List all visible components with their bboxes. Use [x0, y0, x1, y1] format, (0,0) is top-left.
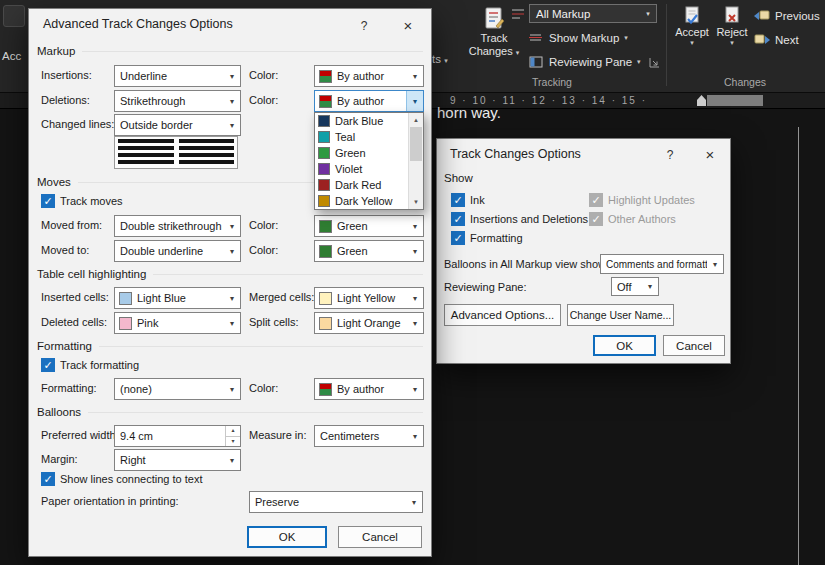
balloons-view-value: Comments and formatting [601, 259, 707, 270]
track-changes-label-1: Track [480, 32, 507, 45]
help-button[interactable]: ? [659, 145, 681, 165]
chevron-down-icon: ▾ [640, 10, 656, 18]
insertions-color-select[interactable]: By author ▾ [314, 65, 424, 87]
moved-from-color-select[interactable]: Green ▾ [314, 215, 424, 237]
display-for-review-select[interactable]: All Markup ▾ [529, 4, 657, 23]
cancel-button[interactable]: Cancel [663, 335, 725, 356]
spinner[interactable]: ▴ ▾ [225, 426, 240, 446]
color-option-violet[interactable]: Violet [315, 161, 408, 177]
scroll-up-icon[interactable]: ▲ [409, 113, 423, 127]
insertions-deletions-checkbox[interactable]: ✓ [451, 212, 465, 226]
color-option-dark-yellow[interactable]: Dark Yellow [315, 193, 408, 209]
chevron-down-icon: ▾ [444, 57, 448, 64]
document-text: horn way. [437, 104, 501, 121]
chevron-down-icon: ▾ [642, 278, 658, 295]
moved-to-select[interactable]: Double underline ▾ [114, 240, 241, 262]
check-icon: ✓ [43, 195, 52, 207]
formatting-select[interactable]: (none) ▾ [114, 378, 241, 400]
reviewing-pane-button[interactable]: Reviewing Pane ▾ [528, 53, 641, 71]
track-changes-icon [481, 6, 507, 32]
balloons-section-header: Balloons [37, 406, 423, 418]
accept-button[interactable]: Accept ▾ [672, 3, 712, 89]
balloons-view-label: Balloons in All Markup view show: [444, 258, 609, 270]
formatting-checkbox[interactable]: ✓ [451, 231, 465, 245]
moved-to-color-select[interactable]: Green ▾ [314, 240, 424, 262]
insertions-deletions-label: Insertions and Deletions [470, 213, 588, 225]
chevron-down-icon: ▾ [224, 241, 240, 261]
margin-select[interactable]: Right ▾ [114, 449, 241, 471]
chevron-down-icon: ▾ [224, 379, 240, 399]
reviewing-pane-select[interactable]: Off ▾ [611, 277, 659, 296]
spin-up-icon[interactable]: ▴ [226, 426, 240, 437]
dialog-title: Advanced Track Changes Options [43, 17, 233, 31]
ok-button[interactable]: OK [593, 335, 656, 356]
ribbon-partial-icon[interactable] [3, 5, 25, 27]
check-icon: ✓ [453, 232, 462, 244]
scroll-down-icon[interactable]: ▼ [409, 195, 423, 209]
chevron-down-icon: ▾ [407, 216, 423, 236]
tracking-dialog-launcher-icon[interactable] [648, 56, 660, 68]
chevron-down-icon: ▾ [224, 450, 240, 470]
show-section-label: Show [444, 172, 473, 184]
chevron-down-icon: ▾ [624, 34, 628, 42]
paper-orientation-select[interactable]: Preserve ▾ [249, 491, 423, 513]
other-authors-label: Other Authors [608, 213, 676, 225]
changes-group-label: Changes [713, 76, 777, 88]
color-swatch [318, 131, 330, 143]
reviewing-pane-setting-label: Reviewing Pane: [444, 281, 527, 293]
chevron-down-icon: ▾ [516, 49, 520, 56]
next-label: Next [775, 34, 799, 46]
measure-in-label: Measure in: [249, 429, 306, 441]
previous-change-button[interactable]: Previous [754, 7, 820, 25]
ink-checkbox[interactable]: ✓ [451, 193, 465, 207]
spin-down-icon[interactable]: ▾ [226, 437, 240, 447]
close-icon[interactable]: × [695, 143, 725, 165]
deletions-color-select[interactable]: By author ▾ [314, 90, 424, 112]
formatting-section-header: Formatting [37, 340, 423, 352]
ribbon-cut-label: ts [432, 53, 441, 65]
chevron-down-icon: ▾ [407, 313, 423, 333]
track-moves-checkbox[interactable]: ✓ [41, 194, 55, 208]
cancel-button[interactable]: Cancel [338, 526, 422, 548]
dropdown-scrollbar[interactable]: ▲ ▼ [408, 113, 423, 209]
formatting-color-select[interactable]: By author ▾ [314, 378, 424, 400]
chevron-down-icon: ▾ [224, 216, 240, 236]
check-icon: ✓ [591, 213, 600, 225]
ribbon-cut-button[interactable]: ts ▾ [432, 53, 448, 65]
close-icon[interactable]: × [393, 14, 423, 36]
chevron-down-icon: ▾ [690, 39, 694, 47]
check-icon: ✓ [453, 213, 462, 225]
show-lines-checkbox[interactable]: ✓ [41, 472, 55, 486]
chevron-down-icon: ▾ [406, 492, 422, 512]
balloons-view-select[interactable]: Comments and formatting ▾ [600, 254, 724, 274]
indent-marker-icon[interactable] [697, 95, 706, 106]
color-option-teal[interactable]: Teal [315, 129, 408, 145]
moved-from-select[interactable]: Double strikethrough ▾ [114, 215, 241, 237]
measure-in-select[interactable]: Centimeters ▾ [314, 425, 424, 447]
track-formatting-checkbox[interactable]: ✓ [41, 358, 55, 372]
scrollbar-thumb[interactable] [410, 127, 422, 161]
preferred-width-input[interactable]: 9.4 cm ▴ ▾ [114, 425, 241, 447]
split-cells-select[interactable]: Light Orange ▾ [314, 312, 424, 334]
changed-lines-select[interactable]: Outside border ▾ [114, 114, 241, 136]
accept-label: Accept [675, 26, 709, 39]
color-option-dark-blue[interactable]: Dark Blue [315, 113, 408, 129]
insertions-label: Insertions: [41, 69, 92, 81]
change-user-name-button[interactable]: Change User Name... [567, 304, 674, 326]
display-for-review-value: All Markup [530, 8, 640, 20]
deleted-cells-select[interactable]: Pink ▾ [114, 312, 241, 334]
next-change-button[interactable]: Next [754, 31, 799, 49]
inserted-cells-select[interactable]: Light Blue ▾ [114, 287, 241, 309]
color-option-dark-red[interactable]: Dark Red [315, 177, 408, 193]
merged-cells-select[interactable]: Light Yellow ▾ [314, 287, 424, 309]
moved-to-label: Moved to: [41, 244, 89, 256]
color-option-green[interactable]: Green [315, 145, 408, 161]
chevron-down-icon: ▾ [707, 255, 723, 273]
insertions-select[interactable]: Underline ▾ [114, 65, 241, 87]
advanced-options-button[interactable]: Advanced Options... [444, 304, 561, 326]
show-markup-button[interactable]: Show Markup ▾ [528, 29, 628, 47]
help-button[interactable]: ? [353, 16, 375, 36]
merged-cells-label: Merged cells: [249, 291, 314, 303]
deletions-select[interactable]: Strikethrough ▾ [114, 90, 241, 112]
ok-button[interactable]: OK [247, 526, 327, 548]
